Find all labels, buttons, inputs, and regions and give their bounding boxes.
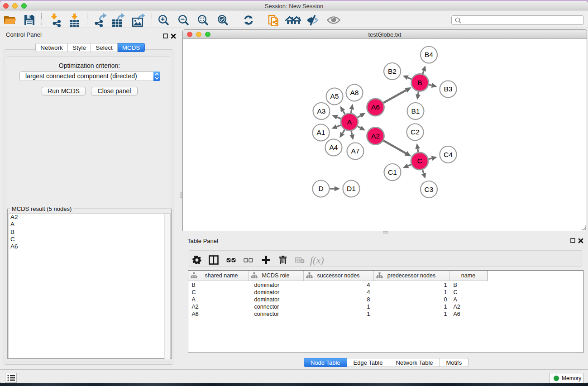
svg-text:A3: A3 [317, 107, 326, 115]
svg-text:A4: A4 [330, 143, 338, 151]
svg-text:C1: C1 [388, 168, 397, 176]
svg-text:C: C [417, 157, 422, 165]
svg-text:B: B [417, 79, 422, 86]
svg-text:A8: A8 [350, 89, 359, 96]
svg-text:A: A [347, 118, 352, 126]
svg-text:A2: A2 [371, 132, 380, 140]
svg-text:D: D [318, 185, 323, 192]
svg-text:B4: B4 [425, 51, 433, 58]
svg-text:A7: A7 [351, 147, 360, 155]
svg-text:A6: A6 [371, 103, 380, 111]
svg-text:f(x): f(x) [310, 254, 324, 266]
svg-text:C3: C3 [425, 186, 434, 193]
svg-text:B2: B2 [388, 67, 397, 75]
svg-text:C4: C4 [444, 151, 453, 158]
svg-text:D1: D1 [347, 185, 356, 192]
svg-text:C2: C2 [411, 128, 420, 136]
svg-text:A5: A5 [330, 92, 339, 100]
svg-text:B1: B1 [411, 107, 420, 115]
svg-text:A1: A1 [317, 129, 325, 136]
svg-text:B3: B3 [444, 85, 453, 93]
